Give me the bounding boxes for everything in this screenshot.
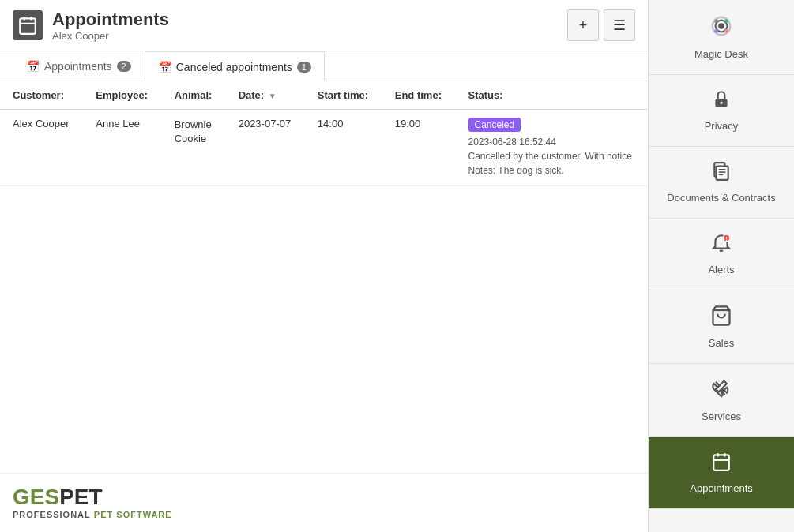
sidebar-item-services[interactable]: Services [649, 364, 794, 437]
svg-rect-12 [717, 167, 728, 180]
svg-rect-0 [20, 18, 36, 34]
sidebar-label-privacy: Privacy [705, 120, 739, 132]
status-date: 2023-06-28 16:52:44 [468, 135, 636, 149]
cell-status: Canceled 2023-06-28 16:52:44 Cancelled b… [456, 110, 649, 186]
logo-professional: PROFESSIONAL [13, 510, 91, 519]
sales-icon [710, 305, 732, 332]
sidebar-label-magic-desk: Magic Desk [694, 48, 748, 60]
logo-pet: PET [59, 485, 102, 509]
status-note: Cancelled by the customer. With notice [468, 149, 636, 163]
svg-point-10 [720, 102, 722, 104]
tab-appointments-badge: 2 [117, 61, 131, 72]
tab-appointments-label: Appointments [44, 60, 112, 73]
menu-button[interactable]: ☰ [604, 9, 635, 41]
tabs-container: 📅 Appointments 2 📅 Canceled appointments… [0, 51, 648, 81]
main-content: Appointments Alex Cooper + ☰ 📅 Appointme… [0, 0, 648, 532]
cell-animal: BrownieCookie [162, 110, 226, 186]
col-customer: Customer: [0, 81, 83, 110]
logo: GESPET [13, 486, 635, 508]
tab-appointments[interactable]: 📅 Appointments 2 [13, 51, 145, 81]
status-badge: Canceled [468, 118, 521, 132]
header-buttons: + ☰ [567, 9, 635, 41]
table-row: Alex Cooper Anne Lee BrownieCookie 2023-… [0, 110, 648, 186]
col-start-time: Start time: [305, 81, 382, 110]
svg-point-5 [714, 19, 718, 23]
add-button[interactable]: + [567, 9, 599, 41]
sidebar-item-sales[interactable]: Sales [649, 290, 794, 364]
appointments-header-icon [13, 10, 43, 40]
logo-subtitle: PROFESSIONAL PET SOFTWARE [13, 510, 635, 519]
sidebar-item-alerts[interactable]: ! Alerts [649, 219, 794, 290]
svg-point-4 [718, 23, 724, 29]
date-sort-icon: ▼ [269, 92, 277, 100]
col-end-time: End time: [382, 81, 456, 110]
cell-start-time: 14:00 [305, 110, 382, 186]
svg-point-7 [724, 29, 728, 33]
cell-customer: Alex Cooper [0, 110, 83, 186]
col-status: Status: [456, 81, 649, 110]
sidebar-item-documents[interactable]: Documents & Contracts [649, 147, 794, 219]
appointments-sidebar-icon [711, 451, 732, 478]
tab-appointments-icon: 📅 [26, 60, 40, 73]
header-left: Appointments Alex Cooper [13, 9, 169, 42]
table-header-row: Customer: Employee: Animal: Date: ▼ Star… [0, 81, 648, 110]
sidebar-label-appointments: Appointments [690, 482, 753, 494]
col-date[interactable]: Date: ▼ [226, 81, 305, 110]
svg-point-6 [724, 19, 728, 23]
page-title: Appointments [52, 9, 169, 30]
tab-canceled[interactable]: 📅 Canceled appointments 1 [145, 51, 325, 81]
logo-area: GESPET PROFESSIONAL PET SOFTWARE [0, 473, 648, 532]
cell-date: 2023-07-07 [226, 110, 305, 186]
documents-icon [711, 161, 732, 187]
magic-desk-icon [709, 14, 733, 43]
logo-pet-software: PET SOFTWARE [94, 510, 172, 519]
svg-point-8 [714, 29, 718, 33]
sidebar-label-alerts: Alerts [708, 264, 734, 275]
tab-canceled-label: Canceled appointments [176, 61, 292, 73]
sidebar-item-magic-desk[interactable]: Magic Desk [649, 0, 794, 75]
cell-end-time: 19:00 [382, 110, 456, 186]
col-animal: Animal: [162, 81, 226, 110]
header: Appointments Alex Cooper + ☰ [0, 0, 648, 51]
appointments-table: Customer: Employee: Animal: Date: ▼ Star… [0, 81, 648, 186]
logo-ges: GES [13, 485, 59, 509]
alerts-icon: ! [711, 233, 732, 259]
status-details: 2023-06-28 16:52:44 Cancelled by the cus… [468, 135, 636, 178]
tab-canceled-icon: 📅 [158, 61, 171, 73]
sidebar-label-sales: Sales [709, 337, 735, 349]
svg-text:!: ! [725, 236, 727, 242]
sidebar-label-services: Services [702, 410, 741, 422]
services-icon [710, 378, 732, 406]
svg-rect-19 [713, 455, 729, 470]
privacy-icon [711, 89, 732, 115]
cell-employee: Anne Lee [83, 110, 161, 186]
header-title-block: Appointments Alex Cooper [52, 9, 169, 42]
tab-canceled-badge: 1 [297, 62, 311, 73]
status-extra: Notes: The dog is sick. [468, 163, 636, 178]
sidebar: Magic Desk Privacy Documents & Contracts [648, 0, 794, 532]
table-container: Customer: Employee: Animal: Date: ▼ Star… [0, 81, 648, 473]
sidebar-label-documents: Documents & Contracts [667, 192, 775, 204]
col-employee: Employee: [83, 81, 161, 110]
sidebar-item-privacy[interactable]: Privacy [649, 75, 794, 147]
sidebar-item-appointments[interactable]: Appointments [649, 437, 794, 509]
header-subtitle: Alex Cooper [52, 30, 169, 42]
